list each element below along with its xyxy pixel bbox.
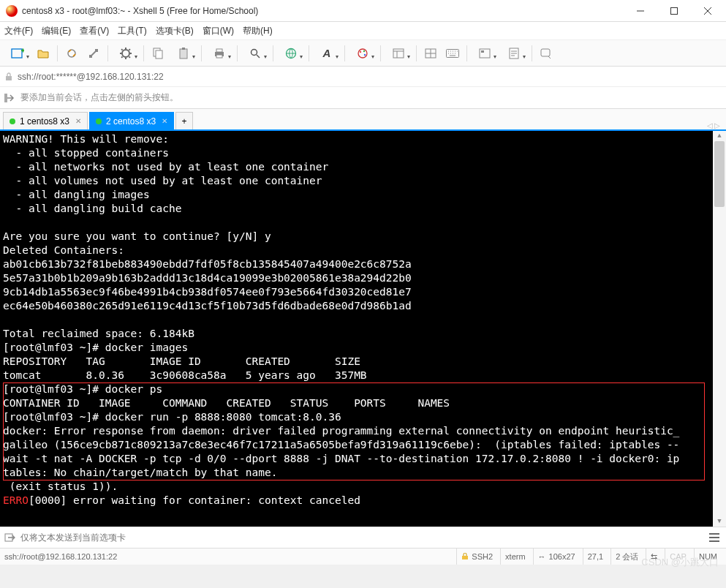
lock-icon (4, 72, 13, 81)
tab-session-2[interactable]: 2 centos8 x3 ✕ (89, 112, 174, 129)
status-pos: 27,1 (583, 549, 608, 565)
keyboard-button[interactable] (443, 44, 462, 63)
compose-bar (0, 527, 726, 549)
hint-bar: 要添加当前会话，点击左侧的箭头按钮。 (0, 87, 726, 109)
terminal-output: WARNING! This will remove: - all stopped… (0, 131, 726, 509)
menu-tabs[interactable]: 选项卡(B) (156, 25, 194, 37)
close-icon[interactable]: ✕ (162, 117, 167, 125)
properties-button[interactable] (113, 44, 139, 63)
menu-tools[interactable]: 工具(T) (118, 25, 146, 37)
lock-icon (461, 553, 469, 560)
svg-rect-12 (216, 55, 222, 58)
tab-label: 1 centos8 x3 (20, 116, 69, 127)
svg-rect-25 (541, 49, 550, 56)
svg-rect-0 (671, 7, 678, 14)
open-button[interactable] (34, 44, 53, 63)
color-scheme-button[interactable] (349, 44, 376, 63)
svg-point-18 (364, 53, 366, 55)
tab-session-1[interactable]: 1 centos8 x3 ✕ (3, 112, 88, 129)
svg-rect-27 (4, 94, 7, 102)
window-title: centos8 x3 - root@lmf03:~ - Xshell 5 (Fr… (22, 6, 624, 16)
svg-rect-3 (89, 55, 92, 58)
status-sync[interactable]: ⇆ (646, 549, 662, 565)
svg-rect-19 (393, 49, 404, 58)
add-session-arrow-icon[interactable] (4, 92, 16, 104)
reconnect-button[interactable] (62, 44, 81, 63)
arrange-button[interactable] (421, 44, 440, 63)
svg-rect-11 (216, 49, 222, 52)
menu-bar: 文件(F) 编辑(E) 查看(V) 工具(T) 选项卡(B) 窗口(W) 帮助(… (0, 22, 726, 40)
status-bar: ssh://root@192.168.120.131:22 SSH2 xterm… (0, 549, 726, 565)
tab-strip: 1 centos8 x3 ✕ 2 centos8 x3 ✕ + ◁▷ (0, 109, 726, 129)
status-num: NUM (694, 549, 722, 565)
terminal-scrollbar[interactable]: ▲ ▼ (713, 131, 726, 527)
scroll-thumb[interactable] (714, 141, 725, 207)
status-conn: ssh://root@192.168.120.131:22 (4, 549, 121, 565)
script-button[interactable] (501, 44, 527, 63)
svg-rect-22 (480, 49, 490, 58)
compose-input[interactable] (20, 532, 703, 543)
address-bar: ssh://root:******@192.168.120.131:22 (0, 67, 726, 87)
terminal[interactable]: WARNING! This will remove: - all stopped… (0, 129, 726, 527)
menu-edit[interactable]: 编辑(E) (42, 25, 71, 37)
print-button[interactable] (206, 44, 232, 63)
paste-button[interactable] (170, 44, 197, 63)
sync-icon: ⇆ (651, 552, 657, 562)
address-text[interactable]: ssh://root:******@192.168.120.131:22 (18, 72, 722, 82)
svg-point-13 (252, 49, 257, 55)
tab-scroll-buttons[interactable]: ◁▷ (707, 121, 723, 129)
app-icon (6, 5, 18, 17)
close-button[interactable] (691, 0, 725, 22)
maximize-button[interactable] (657, 0, 691, 22)
compose-menu-icon[interactable] (707, 530, 722, 545)
svg-point-16 (360, 50, 361, 52)
minimize-button[interactable] (624, 0, 657, 22)
status-term: xterm (500, 549, 530, 565)
svg-rect-1 (12, 49, 22, 58)
menu-window[interactable]: 窗口(W) (203, 25, 234, 37)
svg-rect-29 (462, 556, 468, 559)
menu-file[interactable]: 文件(F) (4, 25, 33, 37)
disconnect-button[interactable] (84, 44, 103, 63)
resize-icon: ↔ (538, 552, 546, 561)
hint-text: 要添加当前会话，点击左侧的箭头按钮。 (20, 91, 178, 104)
svg-rect-4 (95, 49, 98, 52)
help-icon[interactable] (537, 44, 556, 63)
copy-button[interactable] (148, 44, 167, 63)
svg-rect-7 (156, 50, 162, 59)
svg-rect-23 (481, 50, 484, 53)
status-size: ↔ 106x27 (533, 549, 580, 565)
mru-button[interactable] (385, 44, 412, 63)
send-to-icon[interactable] (4, 532, 16, 543)
find-button[interactable] (242, 44, 268, 63)
svg-point-17 (363, 50, 365, 51)
font-button[interactable]: A (314, 44, 340, 63)
svg-rect-8 (180, 49, 187, 59)
encoding-button[interactable] (278, 44, 304, 63)
new-session-button[interactable] (4, 44, 31, 63)
svg-point-5 (122, 50, 129, 57)
toolbar: A (0, 40, 726, 67)
scroll-up-icon[interactable]: ▲ (713, 131, 726, 141)
menu-help[interactable]: 帮助(H) (243, 25, 273, 37)
new-tab-button[interactable]: + (175, 112, 193, 129)
title-bar: centos8 x3 - root@lmf03:~ - Xshell 5 (Fr… (0, 0, 726, 22)
tab-label: 2 centos8 x3 (106, 116, 156, 127)
status-sessions: 2 会话 (610, 549, 643, 565)
close-icon[interactable]: ✕ (75, 117, 81, 125)
status-dot-icon (96, 118, 102, 124)
layout-button[interactable] (472, 44, 498, 63)
scroll-down-icon[interactable]: ▼ (713, 516, 726, 527)
svg-rect-26 (6, 76, 12, 80)
svg-rect-9 (182, 48, 185, 50)
menu-view[interactable]: 查看(V) (80, 25, 109, 37)
status-dot-icon (10, 118, 15, 124)
status-proto: SSH2 (456, 549, 497, 565)
svg-point-15 (358, 49, 367, 58)
status-caps: CAP (665, 549, 691, 565)
